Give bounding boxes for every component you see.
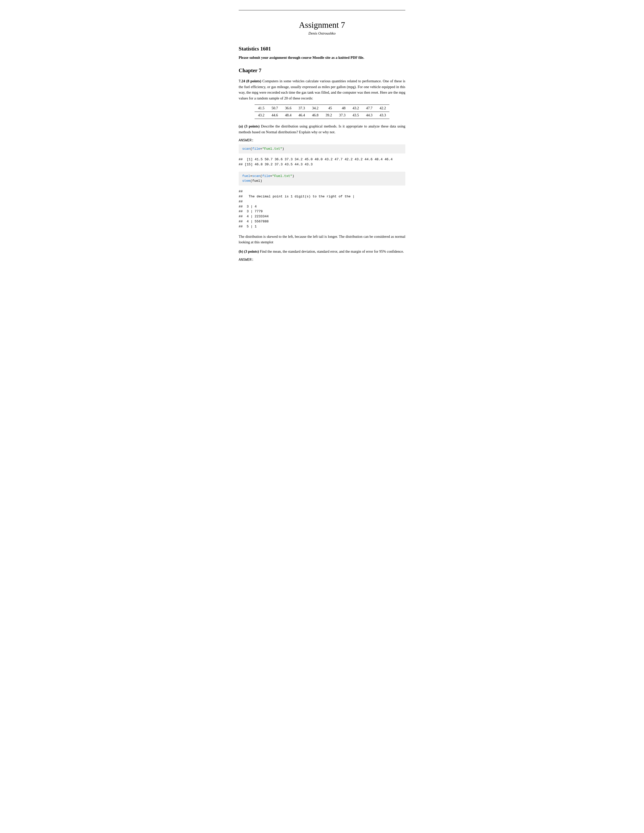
page-title: Assignment 7 bbox=[239, 21, 405, 30]
part-b-label: (b) (3 points) bbox=[239, 249, 259, 253]
table-cell: 46.4 bbox=[295, 112, 308, 119]
table-cell: 42.2 bbox=[376, 105, 390, 112]
problem-label: 7.24 (8 points) bbox=[239, 79, 261, 83]
table-cell: 43.2 bbox=[254, 112, 268, 119]
page-container: Assignment 7 Denis Ostroushko Statistics… bbox=[224, 0, 420, 281]
table-cell: 37.3 bbox=[335, 112, 349, 119]
table-cell: 45 bbox=[322, 105, 335, 112]
answer-label-a: ANSWER: bbox=[239, 138, 405, 142]
author-name: Denis Ostroushko bbox=[239, 31, 405, 35]
data-table: 41.5 50.7 36.6 37.3 34.2 45 48 43.2 47.7… bbox=[254, 105, 390, 119]
table-cell: 36.6 bbox=[282, 105, 295, 112]
problem-description: 7.24 (8 points) Computers in some vehicl… bbox=[239, 78, 405, 101]
problem-text-body: Computers in some vehicles calculate var… bbox=[239, 79, 405, 100]
part-a: (a) (3 points) Describe the distribution… bbox=[239, 124, 405, 245]
code-paren-close-1: ) bbox=[282, 147, 284, 151]
table-cell: 48 bbox=[335, 105, 349, 112]
code-keyword-scan2: scan bbox=[252, 174, 260, 178]
table-cell: 50.7 bbox=[268, 105, 281, 112]
answer-label-b: ANSWER: bbox=[239, 258, 405, 262]
table-cell: 43.5 bbox=[349, 112, 362, 119]
table-cell: 44.3 bbox=[362, 112, 376, 119]
code-output-2: ## ## The decimal point is 1 digit(s) to… bbox=[239, 188, 405, 231]
table-cell: 47.7 bbox=[362, 105, 376, 112]
code-keyword-scan1: scan bbox=[242, 147, 250, 151]
part-a-text: (a) (3 points) Describe the distribution… bbox=[239, 124, 405, 135]
code-string-1: "Fuel.txt" bbox=[262, 147, 282, 151]
table-cell: 43.2 bbox=[349, 105, 362, 112]
part-a-body: Describe the distribution using graphica… bbox=[239, 124, 405, 134]
code-block-2: fuel=scan(file="Fuel.txt") stem(fuel) bbox=[239, 172, 405, 186]
table-row: 43.2 44.6 48.4 46.4 46.8 39.2 37.3 43.5 … bbox=[254, 112, 390, 119]
code-keyword-file1: file bbox=[252, 147, 260, 151]
code-string-2: "Fuel.txt" bbox=[272, 174, 292, 178]
top-rule bbox=[239, 10, 405, 10]
table-cell: 37.3 bbox=[295, 105, 308, 112]
table-cell: 41.5 bbox=[254, 105, 268, 112]
instruction-text: Please submit your assignment through co… bbox=[239, 56, 405, 60]
table-cell: 48.4 bbox=[282, 112, 295, 119]
code-block-1: scan(file="Fuel.txt") bbox=[239, 145, 405, 153]
code-eq-1: = bbox=[260, 147, 262, 151]
narrative-text-a: The distribution is skewed to the left, … bbox=[239, 234, 405, 245]
part-b: (b) (3 points) Find the mean, the standa… bbox=[239, 249, 405, 262]
chapter-title: Chapter 7 bbox=[239, 68, 405, 74]
table-cell: 34.2 bbox=[309, 105, 322, 112]
part-a-label: (a) (3 points) bbox=[239, 124, 259, 128]
section-title: Statistics 1601 bbox=[239, 46, 405, 52]
code-keyword-file2: file bbox=[262, 174, 270, 178]
problem-724: 7.24 (8 points) Computers in some vehicl… bbox=[239, 78, 405, 262]
table-cell: 39.2 bbox=[322, 112, 335, 119]
code-fuel-var: fuel bbox=[242, 174, 250, 178]
code-output-1: ## [1] 41.5 50.7 36.6 37.3 34.2 45.0 48.… bbox=[239, 156, 405, 169]
code-paren-1: ( bbox=[250, 147, 252, 151]
table-row: 41.5 50.7 36.6 37.3 34.2 45 48 43.2 47.7… bbox=[254, 105, 390, 112]
table-cell: 44.6 bbox=[268, 112, 281, 119]
part-b-text: (b) (3 points) Find the mean, the standa… bbox=[239, 249, 405, 254]
table-cell: 46.8 bbox=[309, 112, 322, 119]
table-cell: 43.3 bbox=[376, 112, 390, 119]
part-b-body: Find the mean, the standard deviation, s… bbox=[260, 249, 404, 253]
code-keyword-stem: stem bbox=[242, 179, 250, 183]
